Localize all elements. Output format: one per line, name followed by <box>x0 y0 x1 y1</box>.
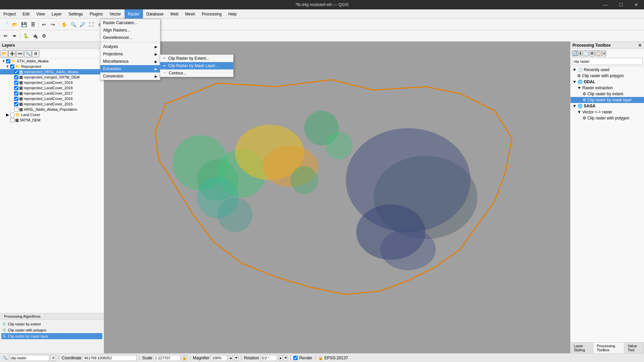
maximize-button[interactable]: ☐ <box>613 0 629 9</box>
layer-check-lc2018[interactable] <box>14 86 18 90</box>
layer-row-srtm[interactable]: ▦ reprojected_merged_SRTM_DEM <box>0 74 104 80</box>
layer-row-lc2015[interactable]: ▦ reprojected_LandCover_2015 <box>0 101 104 107</box>
menu-database[interactable]: Database <box>143 9 167 18</box>
layer-check-lc2015[interactable] <box>14 102 18 106</box>
menu-analysis[interactable]: Analysis ▶ <box>100 43 160 50</box>
menu-edit[interactable]: Edit <box>19 9 33 18</box>
magnifier-up-icon[interactable]: ▲ <box>229 355 233 361</box>
toolbox-refresh-button[interactable]: 🔄 <box>572 50 578 56</box>
tree-clip-polygon-saga[interactable]: ⚙ Clip raster with polygon <box>571 115 644 121</box>
layer-check-reprojected[interactable] <box>10 64 14 69</box>
tree-saga[interactable]: ▼ 🌐 SAGA <box>571 103 644 109</box>
menu-projections[interactable]: Projections ▶ <box>100 50 160 58</box>
toolbox-results-button[interactable]: 📋 <box>595 50 602 56</box>
menu-mesh[interactable]: Mesh <box>182 9 198 18</box>
layer-properties-button[interactable]: ⚙ <box>32 50 39 57</box>
tree-vector-raster[interactable]: ▼ Vector <-> raster <box>571 109 644 115</box>
menu-extraction[interactable]: Extraction ▶ <box>100 65 160 72</box>
menu-raster[interactable]: Raster <box>125 9 143 18</box>
bottom-item-clip-mask[interactable]: G Clip raster by mask layer <box>1 333 102 339</box>
layer-row-eth[interactable]: ▼ 📁 ETH_Addis_Ababa <box>0 58 104 64</box>
menu-conversion[interactable]: Conversion ▶ <box>100 72 160 80</box>
rotation-input[interactable] <box>260 355 277 361</box>
layer-check-srtm-dem[interactable] <box>10 118 14 122</box>
toolbox-history-button[interactable]: 🕐 <box>583 50 589 56</box>
menu-georeferencer[interactable]: Georeferencer... <box>100 34 160 41</box>
rotation-up-icon[interactable]: ▲ <box>279 355 283 361</box>
processing-toolbox-close-button[interactable]: ✕ <box>638 43 642 48</box>
tree-gdal[interactable]: ▼ 🌐 GDAL <box>571 79 644 85</box>
redo-button[interactable]: ↪ <box>49 20 57 29</box>
layer-row-lc2017[interactable]: ▦ reprojected_LandCover_2017 <box>0 91 104 96</box>
toolbox-more-button[interactable]: ≡ <box>602 50 606 56</box>
render-checkbox[interactable] <box>293 355 298 361</box>
layer-check-eth[interactable] <box>6 59 10 63</box>
menu-view[interactable]: View <box>33 9 48 18</box>
layer-row-lc2018[interactable]: ▦ reprojected_LandCover_2018 <box>0 85 104 91</box>
layer-check-hrsl-pop[interactable] <box>14 107 18 112</box>
layer-row-lc2016[interactable]: ▦ reprojected_LandCover_2016 <box>0 96 104 101</box>
rotation-down-icon[interactable]: ▼ <box>284 355 288 361</box>
undo-button[interactable]: ↩ <box>40 20 48 29</box>
pan-map-button[interactable]: ✋ <box>60 20 68 29</box>
menu-help[interactable]: Help <box>225 9 240 18</box>
statusbar-search-input[interactable] <box>9 355 49 361</box>
open-layer-button[interactable]: 📂 <box>1 50 8 57</box>
edit-button[interactable]: ✒ <box>10 32 19 40</box>
layer-check-hrsl[interactable] <box>14 70 18 74</box>
zoom-in-button[interactable]: 🔍 <box>69 20 78 29</box>
magnifier-down-icon[interactable]: ▼ <box>234 355 238 361</box>
new-project-button[interactable]: 📄 <box>1 20 10 29</box>
menu-layer[interactable]: Layer <box>48 9 65 18</box>
digitize-button[interactable]: ✏ <box>1 32 10 40</box>
tab-layer-styling[interactable]: Layer Styling <box>571 343 593 353</box>
layer-check-lc2017[interactable] <box>14 91 18 96</box>
zoom-out-button[interactable]: 🔎 <box>78 20 87 29</box>
submenu-clip-extent[interactable]: ✂ Clip Raster by Extent... <box>160 55 233 62</box>
tree-clip-by-extent[interactable]: ⚙ Clip raster by extent <box>571 91 644 97</box>
layer-check-landcover[interactable] <box>10 113 14 117</box>
plugins-button[interactable]: 🔌 <box>31 32 39 40</box>
minimize-button[interactable]: — <box>598 0 613 9</box>
menu-plugins[interactable]: Plugins <box>86 9 106 18</box>
tab-processing-toolbox[interactable]: Processing Toolbox <box>593 343 624 353</box>
save-as-button[interactable]: 🗄 <box>29 20 37 29</box>
menu-miscellaneous[interactable]: Miscellaneous ▶ <box>100 58 160 65</box>
menu-vector[interactable]: Vector <box>106 9 125 18</box>
scale-input[interactable] <box>154 355 181 361</box>
bottom-item-clip-polygon[interactable]: G Clip raster with polygon <box>1 327 102 333</box>
menu-project[interactable]: Project <box>0 9 19 18</box>
close-button[interactable]: ✕ <box>629 0 644 9</box>
layer-row-hrsl-pop[interactable]: ▦ HRSL_Addis_Ababa_Population <box>0 107 104 112</box>
layer-check-lc2016[interactable] <box>14 97 18 101</box>
layer-row-hrsl[interactable]: ▦ reprojected_HRSL_Addis_Ababa <box>0 69 104 74</box>
add-layer-button[interactable]: ➕ <box>8 50 16 57</box>
menu-processing[interactable]: Processing <box>198 9 225 18</box>
layer-row-lc2019[interactable]: ▦ reprojected_LandCover_2019 <box>0 80 104 85</box>
menu-align-rasters[interactable]: Align Rasters... <box>100 27 160 34</box>
zoom-full-button[interactable]: ⛶ <box>87 20 96 29</box>
map-area[interactable] <box>104 42 570 353</box>
open-project-button[interactable]: 📂 <box>10 20 19 29</box>
remove-layer-button[interactable]: ➖ <box>16 50 23 57</box>
layer-row-reprojected[interactable]: ▼ 📁 Reprojected <box>0 64 104 69</box>
expand-reprojected-icon[interactable]: ▼ <box>6 65 10 68</box>
submenu-clip-mask[interactable]: ✂ Clip Raster by Mask Layer... <box>160 62 233 69</box>
tree-recently-used[interactable]: ▼ 🕐 Recently used <box>571 67 644 73</box>
statusbar-search-clear[interactable]: ✕ <box>51 355 56 361</box>
toolbox-settings-button[interactable]: ⚙ <box>590 50 595 56</box>
layer-row-landcover[interactable]: ▶ 📁 Land Cover <box>0 112 104 117</box>
bottom-item-clip-extent[interactable]: G Clip raster by extent <box>1 321 102 327</box>
tree-clip-polygon-recent[interactable]: ⚙ Clip raster with polygon <box>571 73 644 79</box>
submenu-contour[interactable]: 〰 Contour... <box>160 69 233 77</box>
coordinate-input[interactable] <box>83 355 137 361</box>
layer-check-srtm[interactable] <box>14 75 18 80</box>
layer-row-srtm-dem[interactable]: ▦ SRTM_DEM <box>0 117 104 123</box>
tree-clip-by-mask[interactable]: ⚙ Clip raster by mask layer <box>571 97 644 103</box>
save-project-button[interactable]: 💾 <box>19 20 28 29</box>
scale-lock-icon[interactable]: 🔓 <box>182 355 187 361</box>
epsg-label[interactable]: EPSG:20137 <box>325 356 348 360</box>
processing-button[interactable]: ⚙ <box>40 32 48 40</box>
menu-web[interactable]: Web <box>167 9 182 18</box>
tab-value-tool[interactable]: Value Tool <box>624 343 644 353</box>
